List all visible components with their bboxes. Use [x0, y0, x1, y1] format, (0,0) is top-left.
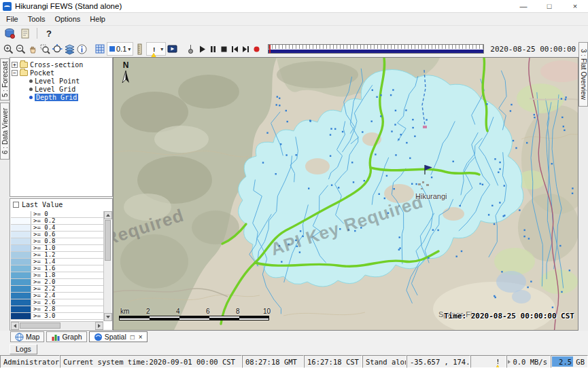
tab-map-label: Map [26, 333, 39, 341]
play-button[interactable] [197, 42, 207, 56]
display-tab-bar: Map Graph Spatial □ × [0, 331, 588, 343]
class-break-dropdown[interactable]: 0.1 ▾ [107, 42, 133, 56]
legend-horizontal-scrollbar[interactable] [11, 321, 103, 329]
menu-options[interactable]: Options [50, 14, 85, 24]
tree-node-cross-section[interactable]: + Cross-section [12, 60, 111, 69]
tree-leaf-label[interactable]: Level Point [35, 77, 80, 85]
tree-node-label[interactable]: Pocket [30, 69, 54, 77]
threshold-warning-dropdown[interactable]: ! ▾ [146, 42, 166, 56]
panel-close-icon[interactable]: × [139, 333, 143, 341]
step-forward-button[interactable] [241, 42, 251, 56]
legend-row: >= 2.2 [11, 286, 103, 293]
spatial-layers-tree: + Cross-section − Pocket Level Point Lev… [10, 57, 113, 197]
record-button[interactable] [252, 42, 262, 56]
legend-color-swatch [11, 232, 31, 238]
status-memory: 2.5 GB [551, 355, 588, 368]
tree-leaf-depth-grid[interactable]: Depth Grid [12, 93, 111, 101]
scroll-left-icon[interactable] [11, 322, 19, 330]
database-icon[interactable] [3, 26, 16, 40]
zoom-out-icon[interactable] [15, 42, 27, 56]
folder-open-icon [20, 70, 28, 76]
panel-maximize-icon[interactable]: □ [131, 333, 135, 341]
legend-threshold-label: >= 0.8 [31, 238, 103, 244]
tab-data-viewer[interactable]: 6 : Data Viewer [0, 103, 10, 160]
legend-threshold-label: >= 0.4 [31, 225, 103, 231]
zoom-window-icon[interactable] [39, 42, 51, 56]
legend-threshold-label: >= 0.2 [31, 218, 103, 224]
minimize-button[interactable]: — [511, 0, 536, 12]
north-arrow: N [120, 60, 131, 84]
tab-graph[interactable]: Graph [46, 331, 86, 342]
menu-tools[interactable]: Tools [23, 14, 50, 24]
legend-color-swatch [11, 265, 31, 272]
legend-color-swatch [11, 259, 31, 265]
time-slider[interactable] [268, 44, 484, 54]
warning-icon: ! [494, 358, 503, 366]
zoom-in-icon[interactable] [3, 42, 14, 56]
legend-color-swatch [11, 286, 31, 292]
scroll-thumb[interactable] [105, 220, 111, 261]
tree-leaf-level-grid[interactable]: Level Grid [12, 85, 111, 93]
layer-dot-icon [29, 79, 33, 83]
step-back-button[interactable] [230, 42, 240, 56]
layers-icon[interactable] [64, 42, 75, 56]
scroll-down-icon[interactable] [104, 313, 112, 321]
pan-hand-icon[interactable] [27, 42, 39, 56]
route-end-marker [423, 126, 427, 128]
tree-node-pocket[interactable]: − Pocket [12, 69, 111, 77]
scroll-right-icon[interactable] [95, 322, 103, 330]
time-slider-cursor[interactable] [269, 45, 271, 53]
legend-rows: >= 0>= 0.2>= 0.4>= 0.6>= 0.8>= 1.0>= 1.2… [11, 211, 103, 321]
animation-settings-icon[interactable] [185, 42, 196, 56]
tab-spatial[interactable]: Spatial □ × [89, 331, 148, 342]
tree-leaf-level-point[interactable]: Level Point [12, 77, 111, 85]
logs-button[interactable]: Logs [10, 344, 37, 354]
legend-color-swatch [11, 211, 31, 217]
document-icon[interactable] [18, 26, 32, 40]
tab-flat-overview[interactable]: 3 : Flat Overview [578, 42, 588, 107]
legend-color-swatch [11, 306, 31, 312]
tab-spatial-label: Spatial [105, 333, 126, 341]
legend-vertical-scrollbar[interactable] [103, 211, 111, 321]
collapse-icon[interactable]: − [12, 70, 18, 76]
animation-display-icon[interactable] [167, 42, 178, 56]
grid-display-icon[interactable] [94, 42, 106, 56]
last-value-checkbox[interactable] [13, 202, 19, 208]
legend-color-swatch [11, 313, 31, 319]
scale-tick: 10 [263, 308, 271, 315]
expand-icon[interactable]: + [12, 62, 18, 68]
legend-panel: Last Value >= 0>= 0.2>= 0.4>= 0.6>= 0.8>… [10, 198, 113, 331]
profile-ruler-icon[interactable] [134, 42, 145, 56]
pause-button[interactable] [208, 42, 218, 56]
legend-row: >= 0.2 [11, 218, 103, 225]
zoom-extent-icon[interactable] [52, 42, 63, 56]
menu-file[interactable]: File [1, 14, 23, 24]
maximize-button[interactable]: □ [536, 0, 562, 12]
legend-header: Last Value [10, 199, 112, 210]
legend-row: >= 1.2 [11, 252, 103, 259]
help-button[interactable]: ? [42, 26, 56, 40]
scale-bar: km 2 4 6 8 10 [119, 308, 277, 320]
tab-map[interactable]: Map [10, 331, 44, 342]
scale-bar-segments [119, 316, 269, 320]
map-canvas[interactable]: N API Key Required API Key Required Hiku… [113, 57, 578, 331]
scroll-thumb[interactable] [20, 323, 60, 329]
warning-icon: ! [149, 45, 159, 54]
scale-tick: 4 [176, 308, 180, 315]
legend-threshold-label: >= 2.2 [31, 286, 103, 292]
close-button[interactable]: × [562, 0, 588, 12]
tree-leaf-label-selected[interactable]: Depth Grid [35, 94, 78, 101]
scroll-up-icon[interactable] [104, 211, 112, 219]
status-warning[interactable]: ! [470, 355, 506, 368]
tree-leaf-label[interactable]: Level Grid [35, 86, 75, 93]
menu-help[interactable]: Help [85, 14, 110, 24]
chevron-down-icon: ▾ [160, 46, 163, 52]
tree-node-label[interactable]: Cross-section [30, 61, 83, 69]
info-icon[interactable] [76, 42, 88, 56]
stop-button[interactable] [219, 42, 229, 56]
tab-forecast[interactable]: 5 : Forecast [0, 58, 10, 100]
main-toolbar: ? [0, 25, 588, 41]
north-arrow-icon [122, 71, 130, 84]
status-download-rate: 0.0 MB/s [506, 355, 551, 368]
legend-color-swatch [11, 218, 31, 224]
